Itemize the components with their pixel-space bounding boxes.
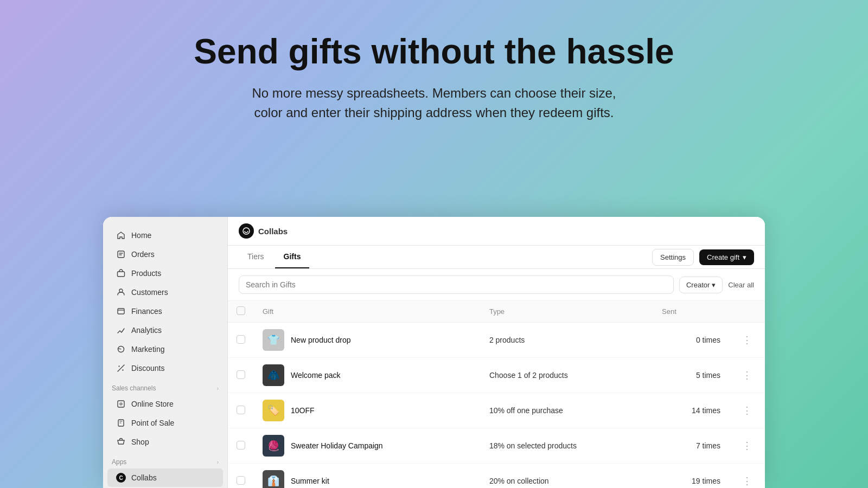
- sidebar-item-discounts[interactable]: Discounts: [107, 359, 223, 377]
- table-row: 🧥 Welcome pack Choose 1 of 2 products 5 …: [228, 358, 765, 393]
- row-menu-cell[interactable]: ⋮: [729, 428, 765, 464]
- sent-cell: 5 times: [653, 358, 729, 393]
- gift-type: 20% on collection: [489, 477, 549, 485]
- row-menu-cell[interactable]: ⋮: [729, 393, 765, 428]
- search-input[interactable]: [239, 275, 674, 294]
- type-cell: 18% on selected products: [481, 428, 653, 464]
- type-cell: 2 products: [481, 323, 653, 358]
- product-thumbnail: 👔: [263, 470, 284, 488]
- tab-gifts[interactable]: Gifts: [275, 246, 310, 268]
- app-name-label: Collabs: [258, 227, 288, 236]
- sidebar-item-finances[interactable]: Finances: [107, 302, 223, 320]
- product-thumbnail: 🧥: [263, 364, 284, 386]
- tab-tiers[interactable]: Tiers: [239, 246, 273, 268]
- gift-cell: 👕 New product drop: [254, 323, 481, 358]
- sidebar-label-finances: Finances: [131, 307, 162, 316]
- select-all-checkbox-header[interactable]: [228, 301, 254, 323]
- gift-name: Sweater Holiday Campaign: [291, 441, 383, 450]
- gift-name: New product drop: [291, 336, 351, 344]
- row-menu-cell[interactable]: ⋮: [729, 464, 765, 489]
- gift-cell: 🧶 Sweater Holiday Campaign: [254, 428, 481, 464]
- row-checkbox-cell[interactable]: [228, 323, 254, 358]
- product-thumbnail: 🏷️: [263, 400, 284, 421]
- gift-type: 18% on selected products: [489, 441, 577, 450]
- type-col-label: Type: [489, 307, 505, 316]
- chevron-right-icon: ›: [217, 386, 219, 391]
- row-menu-button[interactable]: ⋮: [738, 438, 756, 453]
- row-checkbox-cell[interactable]: [228, 464, 254, 489]
- sidebar-item-marketing[interactable]: Marketing: [107, 340, 223, 358]
- creator-filter-button[interactable]: Creator ▾: [679, 277, 723, 293]
- type-cell: 10% off one purchase: [481, 393, 653, 428]
- gift-name: 10OFF: [291, 406, 315, 415]
- apps-chevron-icon: ›: [217, 459, 219, 465]
- settings-button[interactable]: Settings: [652, 249, 694, 266]
- sidebar-label-orders: Orders: [131, 250, 155, 259]
- product-thumb-icon: 👕: [267, 334, 279, 346]
- sent-col-label: Sent: [662, 307, 676, 316]
- sidebar-item-shop[interactable]: Shop: [107, 433, 223, 451]
- gift-sent-count: 7 times: [696, 441, 720, 450]
- row-menu-button[interactable]: ⋮: [738, 473, 756, 488]
- product-thumb-icon: 🧶: [267, 440, 279, 452]
- analytics-icon: [116, 325, 126, 335]
- gift-sent-count: 0 times: [696, 336, 720, 344]
- clear-all-label: Clear all: [728, 281, 754, 289]
- row-menu-button[interactable]: ⋮: [738, 332, 756, 348]
- row-checkbox[interactable]: [237, 476, 245, 485]
- create-gift-label: Create gift: [707, 253, 739, 261]
- row-checkbox[interactable]: [237, 441, 245, 450]
- main-content: Collabs Tiers Gifts Settings Create gift…: [228, 217, 765, 488]
- settings-label: Settings: [660, 253, 686, 261]
- row-checkbox[interactable]: [237, 335, 245, 344]
- sidebar-item-products[interactable]: Products: [107, 264, 223, 282]
- sidebar-item-customers[interactable]: Customers: [107, 283, 223, 301]
- sidebar-item-home[interactable]: Home: [107, 226, 223, 245]
- row-checkbox[interactable]: [237, 370, 245, 379]
- sidebar-item-collabs[interactable]: C Collabs: [107, 468, 223, 487]
- sidebar-label-discounts: Discounts: [131, 364, 164, 373]
- sidebar: Home Orders Products Customers Finances: [103, 217, 228, 488]
- row-checkbox-cell[interactable]: [228, 393, 254, 428]
- row-menu-cell[interactable]: ⋮: [729, 323, 765, 358]
- sidebar-label-online-store: Online Store: [131, 400, 174, 408]
- row-checkbox-cell[interactable]: [228, 358, 254, 393]
- tab-tiers-label: Tiers: [247, 252, 264, 261]
- tabs-bar: Tiers Gifts Settings Create gift ▾: [228, 246, 765, 269]
- sidebar-item-online-store[interactable]: Online Store: [107, 395, 223, 413]
- creator-filter-chevron-icon: ▾: [712, 281, 716, 289]
- product-thumb-icon: 👔: [267, 475, 279, 487]
- product-thumb-icon: 🏷️: [267, 404, 279, 416]
- row-menu-button[interactable]: ⋮: [738, 403, 756, 418]
- creator-filter-label: Creator: [686, 281, 710, 289]
- product-thumbnail: 🧶: [263, 435, 284, 457]
- sidebar-item-point-of-sale[interactable]: Point of Sale: [107, 414, 223, 432]
- sidebar-label-customers: Customers: [131, 288, 168, 297]
- sales-channels-section: Sales channels ›: [103, 378, 227, 394]
- customers-icon: [116, 287, 126, 297]
- hero-subtitle-line1: No more messy spreadsheets. Members can …: [252, 86, 616, 100]
- orders-icon: [116, 249, 126, 259]
- table-row: 🧶 Sweater Holiday Campaign 18% on select…: [228, 428, 765, 464]
- top-bar: Collabs: [228, 217, 765, 246]
- row-menu-cell[interactable]: ⋮: [729, 358, 765, 393]
- select-all-checkbox[interactable]: [237, 306, 245, 315]
- sidebar-item-analytics[interactable]: Analytics: [107, 321, 223, 339]
- row-checkbox[interactable]: [237, 406, 245, 414]
- clear-all-button[interactable]: Clear all: [728, 281, 754, 289]
- svg-rect-3: [118, 309, 124, 314]
- row-menu-button[interactable]: ⋮: [738, 368, 756, 383]
- home-icon: [116, 230, 126, 240]
- table-row: 🏷️ 10OFF 10% off one purchase 14 times ⋮: [228, 393, 765, 428]
- sidebar-item-orders[interactable]: Orders: [107, 245, 223, 264]
- table-row: 👕 New product drop 2 products 0 times ⋮: [228, 323, 765, 358]
- tabs-actions: Settings Create gift ▾: [652, 249, 754, 266]
- app-window: Home Orders Products Customers Finances: [103, 217, 765, 488]
- actions-column-header: [729, 301, 765, 323]
- row-checkbox-cell[interactable]: [228, 428, 254, 464]
- gift-type: 10% off one purchase: [489, 406, 563, 415]
- gift-column-header: Gift: [254, 301, 481, 323]
- discounts-icon: [116, 363, 126, 373]
- create-gift-button[interactable]: Create gift ▾: [699, 249, 754, 265]
- gift-sent-count: 19 times: [692, 477, 720, 485]
